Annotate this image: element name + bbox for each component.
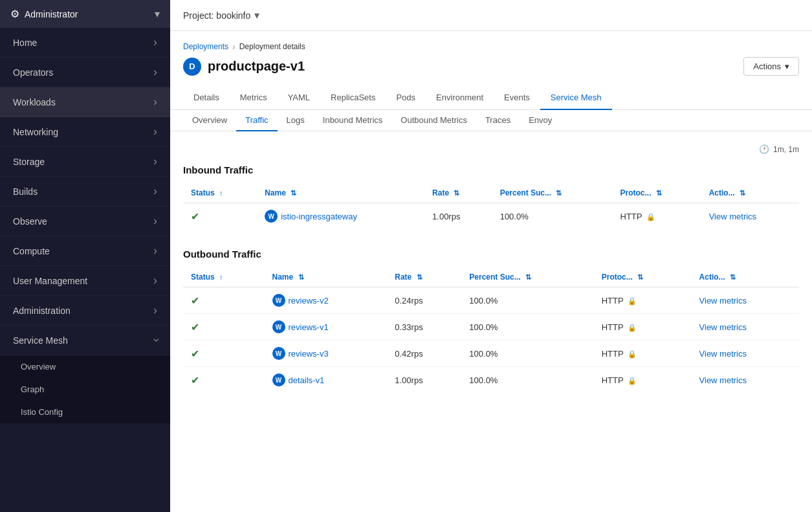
actions-label: Actions: [753, 61, 781, 71]
col-header-rate[interactable]: Rate ⇅: [424, 183, 492, 203]
sidebar-item-user-management[interactable]: User Management: [0, 266, 170, 296]
admin-label: Administrator: [25, 9, 78, 19]
sidebar-item-label-administration: Administration: [13, 306, 71, 316]
sidebar-item-workloads[interactable]: Workloads: [0, 87, 170, 117]
breadcrumb-deployments[interactable]: Deployments: [183, 42, 228, 51]
percent-suc-cell: 100.0%: [492, 203, 613, 230]
view-metrics-link[interactable]: View metrics: [699, 349, 747, 359]
chevron-down-icon: [153, 333, 157, 347]
sidebar-item-observe[interactable]: Observe: [0, 206, 170, 236]
sub-tab-outbound-metrics[interactable]: Outbound Metrics: [391, 110, 476, 131]
inbound-traffic-table: Status ↑Name ⇅Rate ⇅Percent Suc... ⇅Prot…: [183, 183, 799, 229]
tab-replicasets[interactable]: ReplicaSets: [320, 86, 386, 110]
view-metrics-link[interactable]: View metrics: [699, 322, 747, 332]
protocol-cell: HTTP 🔒: [613, 203, 701, 230]
workload-icon: W: [265, 210, 278, 223]
view-metrics-link[interactable]: View metrics: [699, 296, 747, 306]
lock-icon: 🔒: [628, 350, 637, 358]
admin-header[interactable]: ⚙ Administrator ▾: [0, 0, 170, 28]
tab-pods[interactable]: Pods: [386, 86, 426, 110]
percent-suc-cell: 100.0%: [461, 287, 593, 314]
action-cell: View metrics: [692, 287, 799, 314]
rate-cell: 0.33rps: [387, 314, 461, 340]
status-cell: ✔: [183, 287, 265, 314]
sub-tab-traces[interactable]: Traces: [476, 110, 520, 131]
chevron-right-icon: [153, 125, 157, 139]
col-header-status[interactable]: Status ↑: [183, 183, 257, 203]
sidebar-item-storage[interactable]: Storage: [0, 147, 170, 177]
inbound-traffic-title: Inbound Traffic: [183, 164, 799, 175]
sidebar-item-administration[interactable]: Administration: [0, 296, 170, 326]
workload-link[interactable]: istio-ingressgateway: [281, 212, 357, 221]
tab-details[interactable]: Details: [183, 86, 230, 110]
tab-yaml[interactable]: YAML: [278, 86, 320, 110]
clock-icon: 🕐: [759, 144, 769, 154]
col-header-percent_suc[interactable]: Percent Suc... ⇅: [492, 183, 613, 203]
sidebar-nav: HomeOperatorsWorkloadsNetworkingStorageB…: [0, 28, 170, 423]
tab-metrics[interactable]: Metrics: [230, 86, 278, 110]
protocol-cell: HTTP 🔒: [594, 340, 692, 367]
col-header-protoc[interactable]: Protoc... ⇅: [613, 183, 701, 203]
percent-suc-cell: 100.0%: [461, 367, 593, 394]
sidebar-sub-item-overview[interactable]: Overview: [0, 355, 170, 378]
status-ok-icon: ✔: [191, 322, 199, 333]
actions-button[interactable]: Actions ▾: [743, 57, 799, 76]
sidebar-item-label-service-mesh: Service Mesh: [13, 335, 68, 346]
col-header-status[interactable]: Status ↑: [183, 267, 265, 287]
rate-cell: 0.42rps: [387, 340, 461, 367]
outbound-traffic-section: Outbound Traffic Status ↑Name ⇅Rate ⇅Per…: [183, 249, 799, 393]
sub-tab-envoy[interactable]: Envoy: [520, 110, 561, 131]
name-cell: Wreviews-v1: [265, 314, 388, 340]
time-indicator: 🕐 1m, 1m: [183, 144, 799, 154]
workload-link[interactable]: reviews-v2: [289, 296, 329, 306]
outbound-table-row: ✔Wreviews-v10.33rps100.0%HTTP 🔒View metr…: [183, 314, 799, 340]
outbound-table-row: ✔Wreviews-v30.42rps100.0%HTTP 🔒View metr…: [183, 340, 799, 367]
sub-tab-overview[interactable]: Overview: [183, 110, 236, 131]
col-header-actio[interactable]: Actio... ⇅: [701, 183, 799, 203]
main-tab-nav: DetailsMetricsYAMLReplicaSetsPodsEnviron…: [170, 86, 812, 110]
workload-link[interactable]: reviews-v1: [289, 322, 329, 332]
workload-link[interactable]: reviews-v3: [289, 349, 329, 359]
col-header-rate[interactable]: Rate ⇅: [387, 267, 461, 287]
view-metrics-link[interactable]: View metrics: [709, 212, 756, 221]
chevron-right-icon: [153, 155, 157, 168]
col-header-percent_suc[interactable]: Percent Suc... ⇅: [461, 267, 593, 287]
sidebar-sub-item-graph[interactable]: Graph: [0, 378, 170, 401]
action-cell: View metrics: [692, 314, 799, 340]
col-header-actio[interactable]: Actio... ⇅: [692, 267, 799, 287]
view-metrics-link[interactable]: View metrics: [699, 375, 747, 385]
sub-tab-inbound-metrics[interactable]: Inbound Metrics: [314, 110, 392, 131]
chevron-right-icon: [153, 184, 157, 198]
sidebar-item-home[interactable]: Home: [0, 28, 170, 58]
page-header: Deployments › Deployment details D produ…: [170, 31, 812, 76]
tab-service-mesh[interactable]: Service Mesh: [540, 86, 612, 110]
rate-cell: 1.00rps: [424, 203, 492, 230]
status-cell: ✔: [183, 314, 265, 340]
project-selector[interactable]: Project: bookinfo ▾: [183, 9, 259, 21]
sidebar-item-networking[interactable]: Networking: [0, 117, 170, 147]
time-label: 1m, 1m: [773, 145, 799, 154]
deployment-icon: D: [183, 58, 201, 76]
col-header-name[interactable]: Name ⇅: [265, 267, 388, 287]
name-cell: Wreviews-v3: [265, 340, 388, 367]
sidebar-item-builds[interactable]: Builds: [0, 177, 170, 206]
gear-icon: ⚙: [10, 8, 19, 20]
sub-tab-traffic[interactable]: Traffic: [236, 110, 277, 131]
col-header-name[interactable]: Name ⇅: [257, 183, 424, 203]
content-area: Deployments › Deployment details D produ…: [170, 31, 812, 512]
sub-tab-nav: OverviewTrafficLogsInbound MetricsOutbou…: [170, 110, 812, 131]
sub-tab-logs[interactable]: Logs: [278, 110, 314, 131]
sidebar-item-label-observe: Observe: [13, 216, 47, 227]
rate-cell: 1.00rps: [387, 367, 461, 394]
tab-events[interactable]: Events: [494, 86, 540, 110]
workload-link[interactable]: details-v1: [289, 375, 325, 385]
sidebar-sub-item-istio-config[interactable]: Istio Config: [0, 401, 170, 423]
tab-environment[interactable]: Environment: [426, 86, 494, 110]
sidebar: ⚙ Administrator ▾ HomeOperatorsWorkloads…: [0, 0, 170, 512]
sidebar-item-service-mesh[interactable]: Service Mesh: [0, 326, 170, 355]
sidebar-item-compute[interactable]: Compute: [0, 236, 170, 266]
sidebar-item-operators[interactable]: Operators: [0, 58, 170, 87]
sidebar-item-label-builds: Builds: [13, 186, 38, 197]
col-header-protoc[interactable]: Protoc... ⇅: [594, 267, 692, 287]
action-cell: View metrics: [692, 367, 799, 394]
